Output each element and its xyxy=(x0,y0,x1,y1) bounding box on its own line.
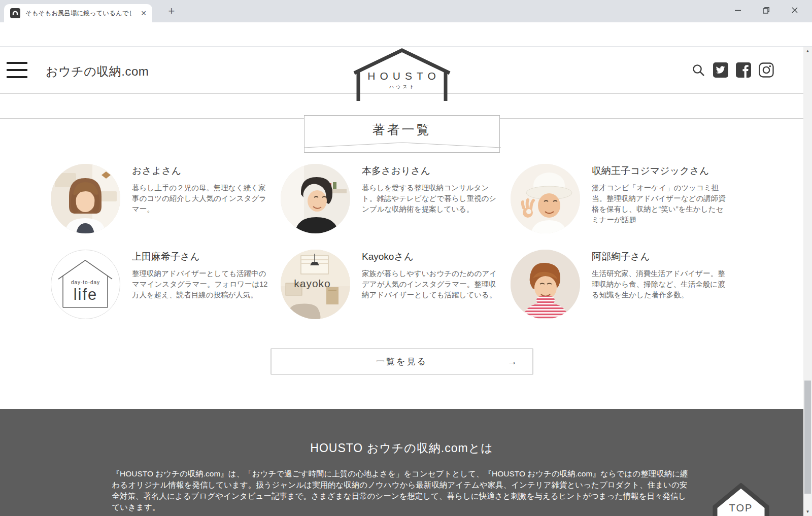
footer-heading: HOUSTO おウチの収納.comとは xyxy=(0,409,803,456)
browser-tab-bar: そもそもお風呂場に鏡っているんでしょ ✕ + xyxy=(0,0,812,22)
page-viewport: おウチの収納.com xyxy=(0,47,812,516)
author-card[interactable]: 阿部絢子さん 生活研究家、消費生活アドバイザー。整理収納から食、掃除など、生活全… xyxy=(511,250,733,319)
arrow-right-icon: → xyxy=(507,356,517,367)
author-name: Kayokoさん xyxy=(362,250,498,263)
site-favicon-icon xyxy=(10,8,20,18)
housto-logo[interactable]: HOUSTO ハウスト xyxy=(353,47,451,101)
roof-chevron-decoration xyxy=(304,142,501,148)
author-avatar-abe xyxy=(511,250,580,319)
footer: HOUSTO おウチの収納.comとは 『HOUSTO おウチの収納.com』は… xyxy=(0,409,803,516)
page-content: おウチの収納.com xyxy=(0,47,803,516)
browser-tab[interactable]: そもそもお風呂場に鏡っているんでしょ ✕ xyxy=(4,4,152,22)
restore-button[interactable] xyxy=(752,0,781,20)
search-icon[interactable] xyxy=(692,63,705,77)
author-card[interactable]: 収納王子コジマジックさん 漫才コンビ「オーケイ」のツッコミ担当。整理収納アドバイ… xyxy=(511,164,733,233)
avatar-logo-text: kayoko xyxy=(281,278,347,290)
view-all-button[interactable]: 一覧を見る → xyxy=(270,349,533,374)
page-scrollbar[interactable]: ▲ ▼ xyxy=(803,47,812,516)
author-bio: 暮らし上手の２児の母。無理なく続く家事のコツの紹介し大人気のインスタグラマー。 xyxy=(132,183,268,215)
scrollbar-thumb[interactable] xyxy=(804,381,811,494)
window-controls xyxy=(724,0,809,20)
author-bio: 暮らしを愛する整理収納コンサルタント。雑誌やテレビなどで暮らし重視のシンプルな収… xyxy=(362,183,498,215)
hamburger-menu-icon[interactable] xyxy=(7,62,27,79)
author-name: 阿部絢子さん xyxy=(592,250,728,263)
author-bio: 家族が暮らしやすいおウチのためのアイデアが人気のインスタグラマー。整理収納アドバ… xyxy=(362,268,498,300)
tab-close-icon[interactable]: ✕ xyxy=(139,9,148,17)
logo-subtitle: ハウスト xyxy=(353,84,451,90)
close-window-button[interactable] xyxy=(781,0,809,20)
back-to-top-button[interactable]: TOP xyxy=(713,483,769,516)
top-button-label: TOP xyxy=(713,502,769,514)
facebook-icon[interactable] xyxy=(736,62,751,78)
new-tab-button[interactable]: + xyxy=(164,5,179,19)
view-all-label: 一覧を見る xyxy=(376,356,427,367)
author-name: 収納王子コジマジックさん xyxy=(592,164,728,178)
scroll-down-icon[interactable]: ▼ xyxy=(803,507,812,516)
section-title-box: 著者一覧 xyxy=(304,115,500,153)
author-bio: 生活研究家、消費生活アドバイザー。整理収納から食、掃除など、生活全般に渡る知識を… xyxy=(592,268,728,300)
section-title: 著者一覧 xyxy=(373,121,431,138)
author-bio: 漫才コンビ「オーケイ」のツッコミ担当。整理収納アドバイザーなどの講師資格を保有し… xyxy=(592,183,728,225)
scroll-up-icon[interactable]: ▲ xyxy=(803,47,812,55)
author-name: おさよさん xyxy=(132,164,268,178)
author-avatar-honda xyxy=(281,164,350,233)
tab-title: そもそもお風呂場に鏡っているんでしょ xyxy=(25,9,132,18)
author-name: 上田麻希子さん xyxy=(132,250,268,263)
instagram-icon[interactable] xyxy=(759,62,774,78)
author-avatar-daytoday-logo: day-to-day life xyxy=(51,250,120,319)
authors-grid: おさよさん 暮らし上手の２児の母。無理なく続く家事のコツの紹介し大人気のインスタ… xyxy=(51,164,741,319)
author-card[interactable]: 本多さおりさん 暮らしを愛する整理収納コンサルタント。雑誌やテレビなどで暮らし重… xyxy=(281,164,503,233)
site-name[interactable]: おウチの収納.com xyxy=(46,63,149,80)
avatar-logo-text: day-to-day xyxy=(51,280,120,285)
browser-toolbar: uchishu.com/learn/himawari/himawari01/ 沙… xyxy=(0,22,812,47)
author-card[interactable]: おさよさん 暮らし上手の２児の母。無理なく続く家事のコツの紹介し大人気のインスタ… xyxy=(51,164,273,233)
avatar-logo-text: life xyxy=(51,286,120,304)
site-header: おウチの収納.com xyxy=(0,47,803,94)
author-bio: 整理収納アドバイザーとしても活躍中のママインスタグラマー。フォロワーは12万人を… xyxy=(132,268,268,300)
author-card[interactable]: kayoko Kayokoさん 家族が暮らしやすいおウチのためのアイデアが人気の… xyxy=(281,250,503,319)
author-name: 本多さおりさん xyxy=(362,164,498,178)
logo-title: HOUSTO xyxy=(353,70,451,82)
author-avatar-kojimagic xyxy=(511,164,580,233)
footer-description: 『HOUSTO おウチの収納.com』は、「おウチで過ごす時間に上質の心地よさを… xyxy=(112,468,692,513)
author-card[interactable]: day-to-day life 上田麻希子さん 整理収納アドバイザーとしても活躍… xyxy=(51,250,273,319)
minimize-button[interactable] xyxy=(724,0,752,20)
author-avatar-kayoko: kayoko xyxy=(281,250,350,319)
twitter-icon[interactable] xyxy=(713,62,728,78)
author-avatar-osayo xyxy=(51,164,120,233)
